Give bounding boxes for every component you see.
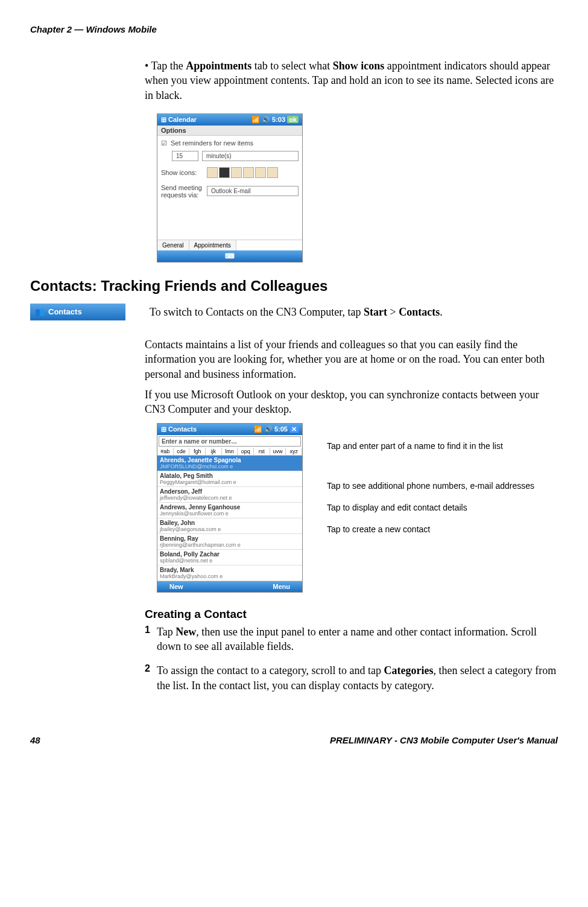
switch-instruction: To switch to Contacts on the CN3 Compute… <box>150 305 443 319</box>
section-heading: Contacts: Tracking Friends and Colleague… <box>30 278 558 294</box>
checkbox-icon: ☑ <box>161 139 167 147</box>
signal-icon: 📶 <box>254 425 262 433</box>
list-item: Alatalo, Peg SmithPeggyMargaret@hotmail.… <box>157 471 302 487</box>
chapter-label: Chapter 2 — Windows Mobile <box>30 24 157 34</box>
contacts-badge: 👥 Contacts <box>30 304 125 320</box>
step-2: 2 To assign the contact to a category, s… <box>145 663 558 699</box>
outlook-sync-note: If you use Microsoft Outlook on your des… <box>145 387 558 417</box>
filter-tabs: #abcdefghijklmnopqrstuvwxyz <box>157 448 302 456</box>
list-item: Bailey, Johnjbailey@aegonusa.com e <box>157 518 302 534</box>
page-number: 48 <box>30 735 40 745</box>
page-header: Chapter 2 — Windows Mobile <box>30 24 558 34</box>
search-input: Enter a name or number… <box>159 436 301 447</box>
icon-choices <box>207 167 278 178</box>
list-item: Boland, Polly Zacharspbland@netins.net e <box>157 550 302 565</box>
annotation-labels: Tap and enter part of a name to find it … <box>327 423 534 546</box>
page-footer: 48 PRELIMINARY - CN3 Mobile Computer Use… <box>30 735 558 745</box>
menu-softkey: Menu <box>273 583 290 590</box>
keyboard-icon: ⌨ <box>225 252 235 260</box>
annot-search: Tap and enter part of a name to find it … <box>327 441 534 451</box>
list-item: Andrews, Jenny EganhouseJennyskis@sunflo… <box>157 503 302 518</box>
calendar-options-screenshot: ⊞ Calendar 📶 🔊 5:03 ok Options ☑ Set rem… <box>157 113 558 263</box>
step-1: 1 Tap New, then use the input panel to e… <box>145 625 558 660</box>
list-item: Benning, Rayrjbenning@arthurchapman.com … <box>157 534 302 550</box>
start-icon: ⊞ <box>161 116 166 123</box>
subsection-heading: Creating a Contact <box>145 608 558 621</box>
list-item: Ahrends, Jeanette SpagnolaJMFORSLUND@mch… <box>157 456 302 471</box>
bullet-appointments: • Tap the Appointments tab to select wha… <box>145 59 558 109</box>
new-softkey: New <box>169 583 183 590</box>
list-item: Brady, MarkMarkBrady@yahoo.com e <box>157 565 302 581</box>
volume-icon: 🔊 <box>262 116 270 123</box>
signal-icon: 📶 <box>251 116 260 123</box>
list-item: Anderson, Jeffjeffwendy@iowatelecom.net … <box>157 487 302 503</box>
contacts-icon: 👥 <box>35 307 45 316</box>
volume-icon: 🔊 <box>264 425 273 433</box>
manual-title: PRELIMINARY - CN3 Mobile Computer User's… <box>330 735 558 745</box>
annot-additional: Tap to see additional phone numbers, e-m… <box>327 481 534 491</box>
close-icon: ✕ <box>289 425 299 433</box>
contacts-description: Contacts maintains a list of your friend… <box>145 337 558 381</box>
annot-new: Tap to create a new contact <box>327 524 534 534</box>
contacts-list-screenshot: ⊞ Contacts 📶 🔊 5:05 ✕ Enter a name or nu… <box>157 423 303 593</box>
start-icon: ⊞ <box>161 425 166 433</box>
annot-details: Tap to display and edit contact details <box>327 503 534 512</box>
